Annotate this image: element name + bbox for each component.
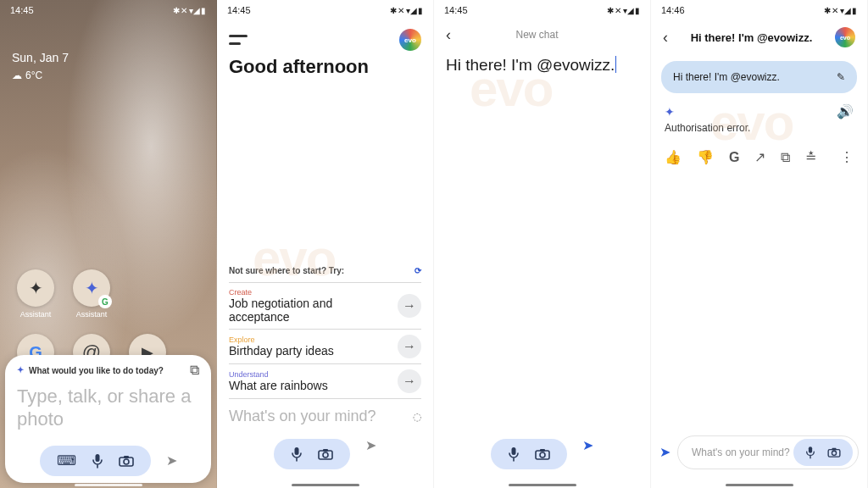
suggestion-text: Birthday party ideas [229,344,334,358]
nav-handle[interactable] [726,484,793,486]
arrow-right-icon[interactable]: → [398,369,421,393]
send-icon[interactable]: ➤ [166,454,177,468]
sparkle-icon: ✦ [665,106,675,118]
status-time: 14:46 [661,5,685,15]
sheet-prompt: ✦ What would you like to do today? [17,366,164,375]
svg-point-2 [124,459,129,464]
svg-rect-12 [809,446,812,453]
svg-rect-15 [832,448,836,451]
status-indicators: ✱ ✕ ▾◢ ▮ [390,6,423,15]
status-indicators: ✱ ✕ ▾◢ ▮ [607,6,640,15]
suggestion-tag: Understand [229,370,328,379]
page-title: New chat [459,29,615,41]
chat-input-text[interactable]: Hi there! I'm @evowizz. [434,49,650,81]
page-title: Hi there! I'm @evowizz. [676,31,826,44]
send-icon[interactable]: ➤ [582,439,593,469]
composer-placeholder-text: What's on your mind? [229,408,376,425]
camera-icon[interactable] [827,447,841,458]
composer-placeholder-text: What's on your mind? [692,446,793,458]
suggestion-row[interactable]: Create Job negotiation and acceptance → [229,282,421,329]
typed-text: Hi there! I'm @evowizz. [446,56,615,74]
more-icon[interactable]: ⋮ [840,151,854,164]
thumbs-up-icon[interactable]: 👍 [665,151,682,164]
edit-icon[interactable]: ✎ [837,72,845,82]
suggest-header: Not sure where to start? Try: [229,266,344,275]
nav-handle[interactable] [509,484,576,486]
loading-icon: ◌ [413,412,421,422]
sparkle-icon: ✦ [29,280,43,297]
mic-icon[interactable] [508,446,520,462]
arrow-right-icon[interactable]: → [398,294,421,318]
svg-rect-3 [124,456,129,458]
nav-handle[interactable] [292,484,359,486]
avatar[interactable]: evo [835,27,855,47]
app-assistant-classic[interactable]: ✦ Assistant [15,269,56,319]
menu-icon[interactable] [229,35,244,45]
svg-point-10 [540,452,545,458]
assistant-sheet: ✦ What would you like to do today? ⧉ Typ… [5,355,211,483]
status-indicators: ✱ ✕ ▾◢ ▮ [824,6,857,15]
mic-icon[interactable] [291,446,303,462]
thumbs-down-icon[interactable]: 👎 [697,151,714,164]
home-date: Sun, Jan 7 [12,51,69,64]
app-label: Assistant [76,310,108,319]
sheet-multimodal-pill[interactable]: ⌨ [40,446,151,476]
home-temp: 6°C [25,69,42,81]
camera-icon[interactable] [535,448,550,460]
svg-rect-11 [540,449,545,452]
send-icon[interactable]: ➤ [365,439,376,469]
cloud-icon: ☁ [12,70,22,80]
camera-icon[interactable] [318,448,333,460]
home-weather: ☁ 6°C [12,69,42,81]
back-icon[interactable]: ‹ [663,30,668,45]
user-message[interactable]: Hi there! I'm @evowizz. ✎ [661,61,857,93]
status-indicators: ✱ ✕ ▾◢ ▮ [173,6,206,15]
camera-icon[interactable] [119,455,134,467]
nav-handle[interactable] [75,484,142,486]
refresh-icon[interactable]: ⟳ [415,267,421,275]
svg-rect-4 [295,447,299,455]
app-label: Assistant [20,310,52,319]
caret-icon [615,56,616,73]
google-icon[interactable]: G [729,151,739,164]
suggestion-text: What are rainbows [229,379,328,392]
speaker-icon[interactable]: 🔊 [837,105,854,119]
status-time: 14:45 [10,5,34,15]
share-icon[interactable]: ↗ [754,151,765,164]
sheet-hero[interactable]: Type, talk, or share a photo [17,377,199,442]
copy-icon[interactable]: ⧉ [781,151,790,164]
mic-icon[interactable] [805,446,815,459]
back-icon[interactable]: ‹ [446,27,451,42]
composer-pill[interactable] [793,439,853,466]
send-icon[interactable]: ➤ [659,446,670,459]
avatar[interactable]: evo [399,29,421,51]
user-message-text: Hi there! I'm @evowizz. [673,71,780,83]
page-title: Good afternoon [217,56,433,81]
assistant-error-text: Authorisation error. [651,119,867,142]
svg-point-6 [323,452,328,458]
arrow-right-icon[interactable]: → [398,335,421,358]
composer-input[interactable]: What's on your mind? [677,435,859,469]
composer-placeholder[interactable]: What's on your mind? ◌ [229,408,421,439]
sparkle-icon: ✦ [85,280,99,297]
sheet-prompt-text: What would you like to do today? [29,366,164,375]
status-time: 14:45 [444,5,468,15]
suggestion-tag: Explore [229,336,334,344]
tune-icon[interactable]: ≛ [805,151,816,164]
svg-rect-8 [512,447,516,455]
suggestion-tag: Create [229,288,391,297]
app-assistant-gemini[interactable]: ✦ G Assistant [71,269,112,319]
svg-point-14 [832,451,836,455]
mic-icon[interactable] [92,453,103,469]
sparkle-icon: ✦ [17,366,24,374]
keyboard-icon[interactable]: ⌨ [57,454,76,468]
composer-pill[interactable] [274,439,350,469]
status-time: 14:45 [227,5,251,15]
suggestion-text: Job negotiation and acceptance [229,297,391,324]
svg-rect-0 [95,454,99,462]
suggestion-row[interactable]: Explore Birthday party ideas → [229,329,421,363]
open-external-icon[interactable]: ⧉ [190,363,199,377]
suggestion-row[interactable]: Understand What are rainbows → [229,363,421,399]
svg-rect-7 [323,449,328,452]
composer-pill[interactable] [491,439,567,469]
